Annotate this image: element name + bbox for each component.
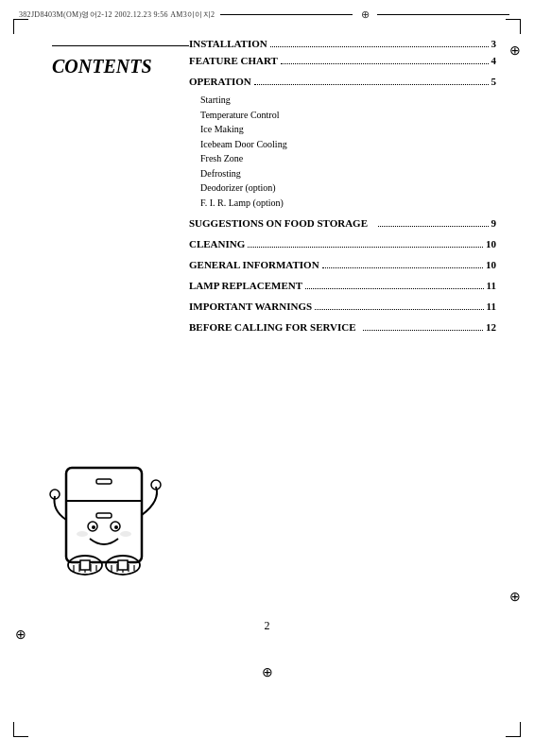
left-crosshair-bottom: ⊕ [15, 627, 26, 643]
sub-item-fir-lamp: F. I. R. Lamp (option) [200, 196, 496, 211]
operation-sub-items: Starting Temperature Control Ice Making … [189, 93, 496, 210]
toc-dots-installation [270, 46, 489, 47]
sub-item-starting: Starting [200, 93, 496, 108]
header-crosshair [358, 8, 371, 21]
sub-item-fresh-zone: Fresh Zone [200, 151, 496, 166]
toc-page-cleaning: 10 [486, 238, 496, 249]
contents-title: CONTENTS [52, 56, 189, 77]
toc-page-food-storage: 9 [491, 217, 497, 229]
toc-dots-general-info [322, 267, 483, 268]
svg-rect-0 [66, 468, 142, 562]
svg-point-24 [77, 531, 88, 537]
corner-mark-bl [13, 722, 28, 737]
file-info-text: 382JD8403M(OM)영어2-12 2002.12.23 9:56 AM3… [19, 9, 215, 20]
toc-label-feature-chart: FEATURE CHART [189, 55, 278, 66]
toc-entry-lamp-replacement: LAMP REPLACEMENT 11 [189, 280, 496, 291]
svg-point-7 [114, 525, 118, 529]
sub-item-ice-making: Ice Making [200, 122, 496, 137]
svg-point-25 [120, 531, 131, 537]
fridge-illustration [38, 458, 198, 591]
toc-area: INSTALLATION 3 FEATURE CHART 4 OPERATION… [189, 38, 496, 342]
sub-item-deodorizer: Deodorizer (option) [200, 180, 496, 196]
toc-dots-operation [254, 84, 489, 85]
toc-entry-food-storage: SUGGESTIONS ON FOOD STORAGE 9 [189, 217, 496, 229]
svg-rect-22 [80, 560, 90, 570]
right-crosshair-bottom: ⊕ [509, 589, 521, 605]
main-content: CONTENTS INSTALLATION 3 FEATURE CHART 4 [52, 38, 496, 342]
toc-page-before-calling: 12 [486, 321, 496, 333]
sub-item-temperature-control: Temperature Control [200, 108, 496, 123]
contents-section: CONTENTS INSTALLATION 3 FEATURE CHART 4 [52, 38, 496, 342]
toc-page-installation: 3 [491, 38, 497, 49]
toc-label-before-calling: BEFORE CALLING FOR SERVICE [189, 321, 356, 333]
toc-entry-cleaning: CLEANING 10 [189, 238, 496, 249]
toc-label-important-warnings: IMPORTANT WARNINGS [189, 301, 312, 312]
toc-entry-important-warnings: IMPORTANT WARNINGS 11 [189, 301, 496, 312]
corner-mark-tl [13, 19, 28, 34]
page-number: 2 [265, 619, 270, 633]
corner-mark-tr [506, 19, 521, 34]
toc-label-food-storage: SUGGESTIONS ON FOOD STORAGE [189, 217, 368, 229]
toc-label-general-info: GENERAL INFORMATION [189, 259, 319, 270]
title-separator [52, 45, 189, 46]
toc-page-lamp-replacement: 11 [487, 280, 496, 291]
toc-dots-lamp-replacement [305, 288, 484, 289]
sub-item-icebeam-door-cooling: Icebeam Door Cooling [200, 137, 496, 152]
toc-page-important-warnings: 11 [487, 301, 496, 312]
toc-label-lamp-replacement: LAMP REPLACEMENT [189, 280, 302, 291]
svg-rect-2 [96, 479, 112, 484]
toc-dots-feature-chart [281, 63, 489, 64]
svg-rect-23 [118, 560, 128, 570]
toc-dots-before-calling [363, 330, 483, 331]
toc-entry-installation: INSTALLATION 3 [189, 38, 496, 49]
fridge-svg [38, 458, 198, 591]
toc-entry-operation: OPERATION 5 [189, 76, 496, 87]
toc-page-feature-chart: 4 [491, 55, 497, 66]
toc-label-installation: INSTALLATION [189, 38, 267, 49]
toc-entry-general-info: GENERAL INFORMATION 10 [189, 259, 496, 270]
toc-dots-cleaning [248, 247, 483, 248]
contents-title-area: CONTENTS [52, 38, 189, 77]
toc-label-operation: OPERATION [189, 76, 251, 87]
toc-entry-before-calling: BEFORE CALLING FOR SERVICE 12 [189, 321, 496, 333]
svg-rect-3 [96, 513, 112, 518]
toc-label-cleaning: CLEANING [189, 238, 245, 249]
toc-page-general-info: 10 [486, 259, 496, 270]
header-line-right [377, 14, 509, 15]
sub-item-defrosting: Defrosting [200, 166, 496, 181]
toc-entry-feature-chart: FEATURE CHART 4 [189, 55, 496, 66]
toc-dots-food-storage [378, 226, 489, 227]
right-crosshair-top: ⊕ [509, 43, 521, 59]
corner-mark-br [506, 722, 521, 737]
toc-space-food-storage [368, 217, 375, 229]
toc-page-operation: 5 [491, 76, 497, 87]
header-line-left [220, 14, 353, 15]
svg-point-6 [92, 525, 95, 529]
page-container: 382JD8403M(OM)영어2-12 2002.12.23 9:56 AM3… [0, 0, 534, 756]
bottom-crosshair: ⊕ [262, 664, 273, 680]
file-header: 382JD8403M(OM)영어2-12 2002.12.23 9:56 AM3… [19, 8, 515, 21]
toc-dots-important-warnings [315, 309, 483, 310]
